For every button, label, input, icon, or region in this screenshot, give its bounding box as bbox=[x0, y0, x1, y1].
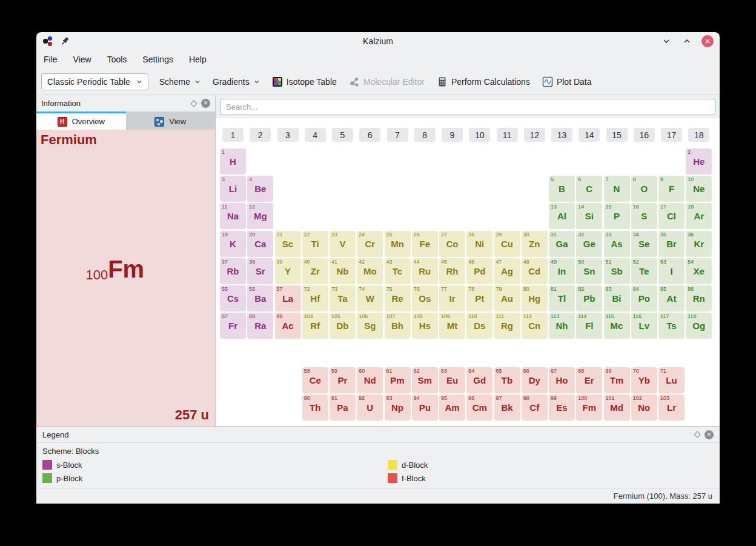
element-Rn[interactable]: 86Rn bbox=[686, 285, 712, 311]
element-Ar[interactable]: 18Ar bbox=[686, 203, 712, 229]
element-Nb[interactable]: 41Nb bbox=[330, 258, 356, 284]
group-header-7[interactable]: 7 bbox=[387, 128, 408, 142]
element-Ga[interactable]: 31Ga bbox=[549, 231, 575, 257]
pin-icon[interactable] bbox=[59, 36, 70, 47]
group-header-14[interactable]: 14 bbox=[579, 128, 600, 142]
element-Ge[interactable]: 32Ge bbox=[576, 231, 602, 257]
element-Pr[interactable]: 59Pr bbox=[330, 367, 356, 393]
group-header-12[interactable]: 12 bbox=[524, 128, 545, 142]
group-header-16[interactable]: 16 bbox=[634, 128, 655, 142]
element-Lv[interactable]: 116Lv bbox=[631, 313, 657, 339]
element-Ts[interactable]: 117Ts bbox=[658, 313, 685, 339]
element-Na[interactable]: 11Na bbox=[220, 203, 246, 229]
element-As[interactable]: 33As bbox=[604, 231, 630, 257]
element-Sr[interactable]: 38Sr bbox=[247, 258, 273, 284]
element-Eu[interactable]: 63Eu bbox=[439, 367, 465, 393]
element-Al[interactable]: 13Al bbox=[549, 203, 575, 229]
element-Pm[interactable]: 61Pm bbox=[385, 367, 411, 393]
element-Np[interactable]: 93Np bbox=[385, 395, 411, 421]
element-Ni[interactable]: 28Ni bbox=[466, 231, 492, 257]
element-Pb[interactable]: 82Pb bbox=[576, 285, 602, 311]
element-Cd[interactable]: 48Cd bbox=[522, 258, 548, 284]
element-Po[interactable]: 84Po bbox=[631, 285, 657, 311]
element-Th[interactable]: 90Th bbox=[302, 395, 328, 421]
table-type-select[interactable]: Classic Periodic Table bbox=[41, 73, 148, 90]
element-Ru[interactable]: 44Ru bbox=[412, 258, 438, 284]
element-Bh[interactable]: 107Bh bbox=[385, 313, 411, 339]
element-Si[interactable]: 14Si bbox=[576, 203, 602, 229]
element-Nh[interactable]: 113Nh bbox=[549, 313, 575, 339]
tab-overview[interactable]: H Overview bbox=[36, 112, 126, 130]
element-Cs[interactable]: 55Cs bbox=[220, 285, 246, 311]
search-input[interactable] bbox=[220, 99, 715, 115]
element-Sm[interactable]: 62Sm bbox=[412, 367, 438, 393]
group-header-5[interactable]: 5 bbox=[332, 128, 353, 142]
element-Co[interactable]: 27Co bbox=[439, 231, 465, 257]
group-header-9[interactable]: 9 bbox=[442, 128, 463, 142]
element-Tc[interactable]: 43Tc bbox=[385, 258, 411, 284]
element-Pt[interactable]: 78Pt bbox=[466, 285, 492, 311]
group-header-6[interactable]: 6 bbox=[359, 128, 380, 142]
plot-data-button[interactable]: Plot Data bbox=[541, 74, 593, 90]
menu-view[interactable]: View bbox=[73, 55, 91, 64]
element-Md[interactable]: 101Md bbox=[604, 395, 630, 421]
element-Ba[interactable]: 56Ba bbox=[247, 285, 273, 311]
element-Ti[interactable]: 22Ti bbox=[302, 231, 328, 257]
element-Zr[interactable]: 40Zr bbox=[302, 258, 328, 284]
group-header-10[interactable]: 10 bbox=[469, 128, 490, 142]
element-S[interactable]: 16S bbox=[631, 203, 657, 229]
element-Tl[interactable]: 81Tl bbox=[549, 285, 575, 311]
scheme-dropdown[interactable]: Scheme bbox=[158, 75, 202, 89]
element-Y[interactable]: 39Y bbox=[275, 258, 301, 284]
element-Ce[interactable]: 58Ce bbox=[302, 367, 328, 393]
element-V[interactable]: 23V bbox=[330, 231, 356, 257]
close-dock-icon[interactable]: ✕ bbox=[201, 99, 210, 108]
element-Rf[interactable]: 104Rf bbox=[302, 313, 328, 339]
close-icon[interactable] bbox=[701, 35, 714, 47]
group-header-13[interactable]: 13 bbox=[551, 128, 572, 142]
element-Te[interactable]: 52Te bbox=[631, 258, 657, 284]
element-Rb[interactable]: 37Rb bbox=[220, 258, 246, 284]
element-Bi[interactable]: 83Bi bbox=[604, 285, 630, 311]
element-Sg[interactable]: 106Sg bbox=[357, 313, 383, 339]
element-C[interactable]: 6C bbox=[576, 176, 602, 202]
element-U[interactable]: 92U bbox=[357, 395, 383, 421]
float-dock-icon[interactable] bbox=[694, 431, 700, 438]
element-Rg[interactable]: 111Rg bbox=[494, 313, 520, 339]
element-Bk[interactable]: 97Bk bbox=[494, 395, 520, 421]
element-Fl[interactable]: 114Fl bbox=[576, 313, 602, 339]
element-W[interactable]: 74W bbox=[357, 285, 383, 311]
element-Sc[interactable]: 21Sc bbox=[275, 231, 301, 257]
element-Nd[interactable]: 60Nd bbox=[357, 367, 383, 393]
element-Cm[interactable]: 96Cm bbox=[466, 395, 492, 421]
group-header-1[interactable]: 1 bbox=[222, 128, 244, 142]
element-Rh[interactable]: 45Rh bbox=[439, 258, 465, 284]
element-Ds[interactable]: 110Ds bbox=[466, 313, 492, 339]
element-K[interactable]: 19K bbox=[220, 231, 246, 257]
element-Gd[interactable]: 64Gd bbox=[466, 367, 492, 393]
menu-tools[interactable]: Tools bbox=[107, 55, 127, 64]
element-Fm[interactable]: 100Fm bbox=[576, 395, 602, 421]
element-Ac[interactable]: 89Ac bbox=[275, 313, 301, 339]
element-Cu[interactable]: 29Cu bbox=[494, 231, 520, 257]
float-dock-icon[interactable] bbox=[190, 100, 197, 107]
menu-help[interactable]: Help bbox=[189, 55, 207, 64]
element-Cl[interactable]: 17Cl bbox=[658, 203, 685, 229]
element-I[interactable]: 53I bbox=[658, 258, 685, 284]
tab-view[interactable]: View bbox=[126, 112, 216, 130]
element-Cn[interactable]: 112Cn bbox=[522, 313, 548, 339]
isotope-table-button[interactable]: Isotope Table bbox=[271, 74, 338, 90]
element-Sn[interactable]: 50Sn bbox=[576, 258, 602, 284]
element-Cr[interactable]: 24Cr bbox=[357, 231, 383, 257]
menu-file[interactable]: File bbox=[44, 55, 58, 64]
element-Li[interactable]: 3Li bbox=[220, 176, 246, 202]
element-Ta[interactable]: 73Ta bbox=[330, 285, 356, 311]
element-N[interactable]: 7N bbox=[604, 176, 630, 202]
element-Br[interactable]: 35Br bbox=[658, 231, 685, 257]
element-At[interactable]: 85At bbox=[658, 285, 685, 311]
element-No[interactable]: 102No bbox=[631, 395, 657, 421]
element-He[interactable]: 2He bbox=[686, 148, 712, 175]
element-Og[interactable]: 118Og bbox=[686, 313, 712, 339]
element-H[interactable]: 1H bbox=[220, 148, 246, 175]
element-Hs[interactable]: 108Hs bbox=[412, 313, 438, 339]
